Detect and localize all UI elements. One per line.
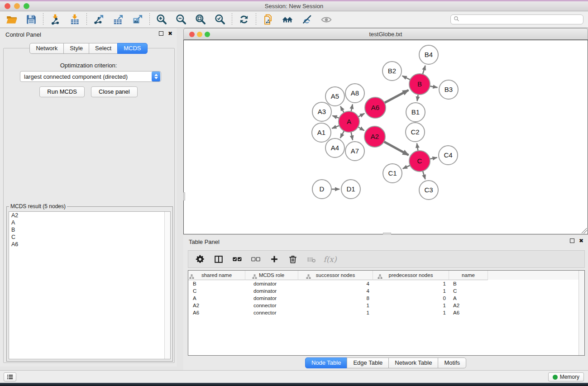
- graph-node-C1[interactable]: C1: [383, 164, 402, 183]
- graph-node-C2[interactable]: C2: [406, 123, 425, 142]
- graph-edge-B-B2[interactable]: [402, 76, 411, 80]
- pane-handle-icon[interactable]: [383, 233, 391, 234]
- graph-node-A2[interactable]: A2: [364, 126, 385, 147]
- table-cell[interactable]: A2: [449, 302, 488, 309]
- tab-edge-table[interactable]: Edge Table: [347, 357, 389, 368]
- table-cell[interactable]: 1: [298, 302, 373, 309]
- export-image-icon[interactable]: [131, 13, 144, 26]
- select-all-icon[interactable]: [232, 254, 243, 265]
- eye-slash-icon[interactable]: [301, 13, 313, 26]
- network-graph[interactable]: B4B2BB3A5A8A6B1A3AA1C2A2A4A7CC4C1C3DD1: [184, 40, 588, 234]
- graph-node-A4[interactable]: A4: [325, 138, 344, 157]
- table-row[interactable]: Cdominator41C: [188, 287, 584, 295]
- mcds-result-item[interactable]: C: [9, 234, 170, 241]
- search-input[interactable]: [462, 16, 580, 23]
- tab-network[interactable]: Network: [29, 43, 64, 54]
- graph-node-C4[interactable]: C4: [439, 146, 458, 165]
- network-window-titlebar[interactable]: testGlobe.txt: [183, 28, 588, 40]
- column-header-successor-nodes[interactable]: successor nodes: [298, 271, 373, 280]
- tab-motifs[interactable]: Motifs: [438, 357, 466, 368]
- list-icon[interactable]: [4, 372, 16, 381]
- pane-handle-icon[interactable]: [183, 192, 185, 200]
- split-view-icon[interactable]: [213, 254, 224, 265]
- trash-icon[interactable]: [287, 254, 298, 265]
- graph-node-B3[interactable]: B3: [439, 80, 458, 99]
- graph-edge-A-A4[interactable]: [340, 130, 344, 138]
- table-cell[interactable]: B: [188, 280, 245, 287]
- table-row[interactable]: A2connector11A2: [188, 302, 584, 309]
- column-header-shared-name[interactable]: shared name: [188, 271, 245, 280]
- table-cell[interactable]: connector: [245, 302, 298, 309]
- deselect-all-icon[interactable]: [250, 254, 261, 265]
- graph-edge-C-C1[interactable]: [403, 165, 411, 169]
- gear-icon[interactable]: [195, 254, 206, 265]
- table-cell[interactable]: 8: [298, 295, 373, 302]
- run-mcds-button[interactable]: Run MCDS: [39, 86, 85, 97]
- table-row[interactable]: A6connector11A6: [188, 309, 584, 316]
- resize-grip-icon[interactable]: [582, 228, 587, 234]
- graph-edge-C-C2[interactable]: [417, 143, 418, 152]
- table-cell[interactable]: 1: [373, 280, 449, 287]
- graph-edge-A-A8[interactable]: [351, 105, 353, 112]
- table-scrollbar[interactable]: [578, 271, 584, 355]
- close-panel-button[interactable]: Close panel: [91, 86, 138, 97]
- table-row[interactable]: Bdominator41B: [188, 280, 584, 287]
- graph-node-A1[interactable]: A1: [312, 123, 331, 142]
- table-cell[interactable]: A6: [188, 309, 245, 316]
- table-cell[interactable]: 4: [298, 287, 373, 295]
- graph-edge-C-C3[interactable]: [423, 171, 425, 179]
- graph-node-C[interactable]: C: [409, 151, 430, 172]
- graph-edge-A-A7[interactable]: [351, 132, 353, 140]
- graph-edge-A2-C[interactable]: [383, 142, 408, 155]
- graph-node-A6[interactable]: A6: [365, 97, 386, 118]
- zoom-fit-icon[interactable]: [194, 13, 207, 26]
- graph-node-A5[interactable]: A5: [325, 87, 344, 106]
- mcds-result-item[interactable]: A6: [9, 241, 170, 248]
- tab-style[interactable]: Style: [63, 43, 89, 54]
- table-cell[interactable]: A6: [449, 309, 488, 316]
- zoom-selected-icon[interactable]: [214, 13, 226, 26]
- eye-icon[interactable]: [320, 13, 333, 26]
- mcds-result-item[interactable]: B: [9, 226, 170, 234]
- memory-button[interactable]: Memory: [548, 372, 584, 381]
- close-icon[interactable]: ✖: [579, 238, 583, 243]
- graph-node-B2[interactable]: B2: [382, 62, 402, 81]
- graph-edge-C-C4[interactable]: [430, 157, 437, 159]
- add-column-icon[interactable]: [269, 254, 280, 265]
- graph-node-C3[interactable]: C3: [419, 181, 438, 200]
- graph-edge-B-B4[interactable]: [423, 66, 425, 75]
- optimization-criterion-select[interactable]: largest connected component (directed): [20, 71, 161, 82]
- tab-select[interactable]: Select: [89, 43, 118, 54]
- column-header-name[interactable]: name: [449, 271, 488, 280]
- table-cell[interactable]: A: [449, 295, 488, 302]
- import-network-icon[interactable]: [49, 13, 62, 26]
- close-icon[interactable]: ✖: [168, 31, 172, 36]
- network-canvas[interactable]: B4B2BB3A5A8A6B1A3AA1C2A2A4A7CC4C1C3DD1: [183, 40, 588, 234]
- table-cell[interactable]: connector: [245, 309, 298, 316]
- graph-edge-A-A1[interactable]: [332, 125, 339, 129]
- table-cell[interactable]: 1: [373, 309, 449, 316]
- graph-edge-B-B3[interactable]: [430, 86, 438, 87]
- tab-mcds[interactable]: MCDS: [117, 43, 147, 54]
- table-cell[interactable]: 1: [373, 302, 449, 309]
- table-cell[interactable]: B: [449, 280, 488, 287]
- export-network-icon[interactable]: [92, 13, 105, 26]
- graph-node-A7[interactable]: A7: [345, 142, 364, 161]
- tab-node-table[interactable]: Node Table: [305, 357, 348, 368]
- graph-edge-A-A2[interactable]: [358, 127, 364, 131]
- graph-node-B1[interactable]: B1: [406, 103, 425, 122]
- table-cell[interactable]: dominator: [245, 287, 298, 295]
- search-box[interactable]: [450, 14, 583, 24]
- open-folder-icon[interactable]: [5, 13, 18, 26]
- column-header-MCDS-role[interactable]: MCDS role: [245, 271, 298, 280]
- save-icon[interactable]: [25, 13, 38, 26]
- float-icon[interactable]: [570, 238, 574, 243]
- mcds-result-item[interactable]: A: [9, 219, 170, 226]
- clone-network-icon[interactable]: [262, 13, 274, 26]
- column-header-predecessor-nodes[interactable]: predecessor nodes: [373, 271, 449, 280]
- float-icon[interactable]: [159, 31, 163, 36]
- refresh-icon[interactable]: [238, 13, 250, 26]
- table-cell[interactable]: C: [449, 287, 488, 295]
- graph-node-D1[interactable]: D1: [341, 180, 360, 199]
- table-cell[interactable]: 1: [298, 309, 373, 316]
